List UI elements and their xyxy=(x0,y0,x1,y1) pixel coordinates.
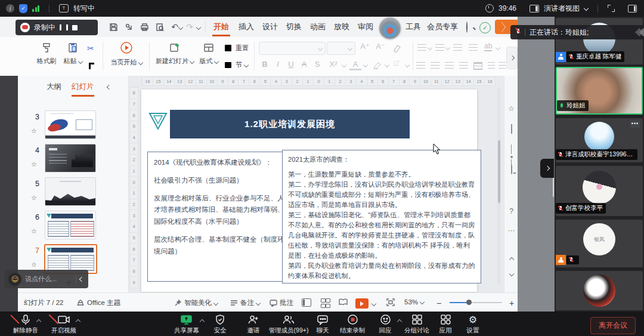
properties-icon[interactable] xyxy=(507,84,516,93)
comments-item[interactable]: 批注 xyxy=(270,298,293,307)
align-left-button[interactable] xyxy=(416,62,425,69)
shadow-button[interactable]: S xyxy=(311,60,323,69)
numbering-dropdown-icon[interactable] xyxy=(445,45,450,50)
clear-format-icon[interactable] xyxy=(392,43,402,55)
highlight-button[interactable] xyxy=(372,61,383,72)
tab-transition[interactable]: 切换 xyxy=(285,21,303,32)
tab-design[interactable]: 设计 xyxy=(261,21,279,32)
settings-button[interactable]: ⚙ 设置 xyxy=(456,314,490,335)
chat-bubble-overlay[interactable]: ☺ 说点什么... xyxy=(5,270,88,288)
print-icon[interactable] xyxy=(138,21,150,33)
font-color-button[interactable]: A xyxy=(349,60,361,70)
unmute-button[interactable]: 解除静音 xyxy=(8,314,43,335)
align-center-button[interactable] xyxy=(431,62,439,69)
zoom-slider[interactable] xyxy=(450,302,502,303)
print-preview-icon[interactable] xyxy=(154,21,166,33)
superscript-button[interactable]: X² xyxy=(326,60,341,69)
paste-dropdown-icon[interactable] xyxy=(78,59,82,64)
participant-tile[interactable]: 银凤 xyxy=(556,220,643,267)
bullets-button[interactable] xyxy=(417,44,426,51)
zoom-level[interactable]: 53% xyxy=(404,298,424,306)
share-screen-button[interactable]: 共享屏幕 xyxy=(169,314,204,335)
slide-thumbnail-5[interactable] xyxy=(45,177,96,206)
new-slide-button[interactable]: 新建幻灯片 xyxy=(154,42,196,66)
panel-expand-tab[interactable] xyxy=(540,159,554,178)
layout-toggle-icon[interactable] xyxy=(628,5,637,13)
tab-tools[interactable]: 工具 xyxy=(404,21,422,32)
redo-icon[interactable]: ↷ xyxy=(184,21,196,33)
pinyin-button[interactable]: 拼̈ xyxy=(394,60,398,67)
animation-pane-icon[interactable]: ☆ xyxy=(507,104,516,113)
increase-font-icon[interactable]: A⁺ xyxy=(359,42,371,51)
reactions-button[interactable]: 回应 xyxy=(368,314,402,335)
start-video-button[interactable]: 开启视频 xyxy=(47,314,81,335)
tab-member[interactable]: 会员专享 xyxy=(426,21,459,32)
quickbar-more-icon[interactable] xyxy=(196,25,201,30)
slideshow-play-button[interactable] xyxy=(355,298,369,309)
bold-button[interactable]: B xyxy=(259,60,271,69)
copy-button[interactable] xyxy=(87,61,98,74)
section-button[interactable]: 节 xyxy=(223,60,248,70)
cut-button[interactable]: ✂ xyxy=(87,43,94,54)
view-mode-label[interactable]: 演讲者视图 xyxy=(544,4,580,14)
save-icon[interactable] xyxy=(107,21,119,33)
fullscreen-icon[interactable] xyxy=(608,5,615,12)
ribbon-expand-button[interactable] xyxy=(506,47,518,69)
collapse-chat-icon[interactable] xyxy=(79,276,84,281)
emoji-icon[interactable]: ☺ xyxy=(8,273,21,286)
security-shield-icon[interactable]: ✓ xyxy=(19,4,27,13)
font-name-select[interactable] xyxy=(259,42,326,55)
tab-slideshow[interactable]: 放映 xyxy=(333,21,351,32)
beautify-item[interactable]: 智能美化 xyxy=(174,298,218,307)
text-direction-button[interactable]: ab xyxy=(484,42,492,51)
distribute-button[interactable] xyxy=(473,62,482,70)
outline-tab[interactable]: 大纲 xyxy=(47,82,61,92)
help-icon[interactable]: ? xyxy=(507,207,516,216)
slide-thumbnail-3[interactable] xyxy=(45,110,96,139)
decrease-indent-button[interactable] xyxy=(453,44,462,51)
slides-tab[interactable]: 幻灯片 xyxy=(72,82,94,97)
participant-tile[interactable] xyxy=(556,271,643,310)
bullets-dropdown-icon[interactable] xyxy=(428,45,432,50)
more-options-icon[interactable]: ••• xyxy=(630,121,640,128)
theme-item[interactable]: Office 主题 xyxy=(76,298,120,307)
chat-placeholder[interactable]: 说点什么... xyxy=(25,275,57,283)
tab-review[interactable]: 审阅 xyxy=(357,21,374,32)
section-dropdown-icon[interactable] xyxy=(244,62,249,67)
decrease-font-icon[interactable]: A⁻ xyxy=(374,42,386,51)
info-icon[interactable]: i xyxy=(6,4,14,13)
view-mode-dropdown-icon[interactable] xyxy=(584,6,589,11)
strip-scroll-up-icon[interactable] xyxy=(507,255,516,264)
format-painter-button[interactable]: 格式刷 xyxy=(33,42,60,66)
leave-meeting-button[interactable]: 离开会议 xyxy=(590,317,636,334)
paste-button[interactable]: 粘贴 xyxy=(61,42,85,66)
zoom-out-button[interactable]: − xyxy=(436,298,441,308)
strip-scroll-down-icon[interactable] xyxy=(507,269,516,278)
zoom-in-button[interactable]: + xyxy=(509,298,514,308)
tab-animation[interactable]: 动画 xyxy=(309,21,327,32)
zoom-slider-knob[interactable] xyxy=(466,300,472,305)
security-button[interactable]: 安全 xyxy=(203,314,237,335)
pinyin-dropdown-icon[interactable] xyxy=(405,63,410,67)
participant-tile[interactable]: 创富学校李平 xyxy=(556,166,643,216)
stop-record-button[interactable]: 结束录制 xyxy=(335,314,370,335)
numbering-button[interactable] xyxy=(435,44,444,51)
slide-editor[interactable]: 1.2职业培训发展困境 2014《现代职业教育体系建设规划》： 社会吸引力不强（… xyxy=(141,90,477,292)
text-direction-dropdown-icon[interactable] xyxy=(496,45,500,50)
more-tools-icon[interactable]: ··· xyxy=(507,226,516,235)
slide-left-textbox[interactable]: 2014《现代职业教育体系建设规划》： 社会吸引力不强（生源问题） 发展理念相对… xyxy=(147,152,292,282)
output-share-icon[interactable] xyxy=(123,21,135,33)
slide-thumbnail-4[interactable] xyxy=(45,144,96,172)
design-pane-icon[interactable] xyxy=(507,125,516,134)
italic-button[interactable]: I xyxy=(272,60,284,69)
reading-view-button[interactable] xyxy=(339,298,348,306)
tab-insert[interactable]: 插入 xyxy=(237,21,255,32)
media-pane-icon[interactable] xyxy=(507,145,516,154)
fit-slide-button[interactable] xyxy=(386,298,395,306)
increase-indent-button[interactable] xyxy=(469,44,478,51)
normal-view-button[interactable] xyxy=(302,298,311,307)
align-right-button[interactable] xyxy=(445,62,454,69)
justify-button[interactable] xyxy=(459,62,468,69)
collapse-panel-icon[interactable] xyxy=(107,85,112,90)
highlight-dropdown-icon[interactable] xyxy=(385,63,389,67)
